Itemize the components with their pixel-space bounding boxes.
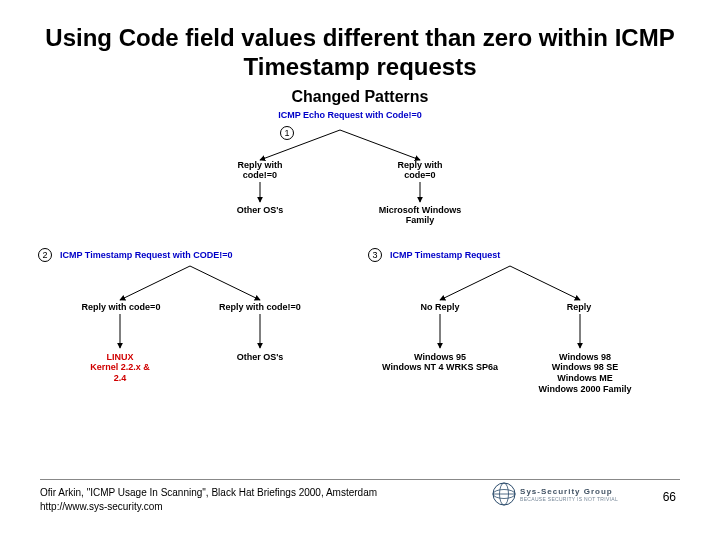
d3-right-branch: Reply <box>554 302 604 313</box>
d1-right-leaf: Microsoft Windows Family <box>365 205 475 227</box>
d2-left-branch: Reply with code=0 <box>76 302 166 313</box>
slide-title: Using Code field values different than z… <box>40 24 680 82</box>
footer: Ofir Arkin, "ICMP Usage In Scanning", Bl… <box>40 479 680 514</box>
d1-header: ICMP Echo Request with Code!=0 <box>250 110 450 121</box>
d2-header: ICMP Timestamp Request with CODE!=0 <box>60 250 300 261</box>
footer-logo-sub: BECAUSE SECURITY IS NOT TRIVIAL <box>520 496 618 502</box>
d1-num: 1 <box>280 126 294 140</box>
d3-num: 3 <box>368 248 382 262</box>
footer-logo-text: Sys-Security Group <box>520 487 618 496</box>
d2-right-leaf: Other OS's <box>230 352 290 363</box>
svg-line-0 <box>260 130 340 160</box>
slide-subtitle: Changed Patterns <box>40 88 680 106</box>
d2-left-leaf-a: LINUX <box>107 352 134 362</box>
d3-left-leaf: Windows 95 Windows NT 4 WRKS SP6a <box>380 352 500 374</box>
page-number: 66 <box>663 490 676 504</box>
d3-left-branch: No Reply <box>412 302 468 313</box>
globe-icon <box>492 482 516 506</box>
svg-line-1 <box>340 130 420 160</box>
svg-line-8 <box>440 266 510 300</box>
d1-left-branch: Reply with code!=0 <box>230 160 290 182</box>
d1-right-branch: Reply with code=0 <box>390 160 450 182</box>
d2-right-branch: Reply with code!=0 <box>215 302 305 313</box>
d3-right-leaf: Windows 98 Windows 98 SE Windows ME Wind… <box>530 352 640 395</box>
d2-left-leaf-b: Kernel 2.2.x & 2.4 <box>90 362 150 383</box>
d3-header: ICMP Timestamp Request <box>390 250 590 261</box>
d1-left-leaf: Other OS's <box>230 205 290 216</box>
svg-line-4 <box>120 266 190 300</box>
d2-num: 2 <box>38 248 52 262</box>
diagram-area: ICMP Echo Request with Code!=0 1 Reply w… <box>40 110 680 450</box>
svg-line-5 <box>190 266 260 300</box>
diagram-edges <box>40 110 680 450</box>
svg-line-9 <box>510 266 580 300</box>
footer-logo: Sys-Security Group BECAUSE SECURITY IS N… <box>492 482 618 506</box>
